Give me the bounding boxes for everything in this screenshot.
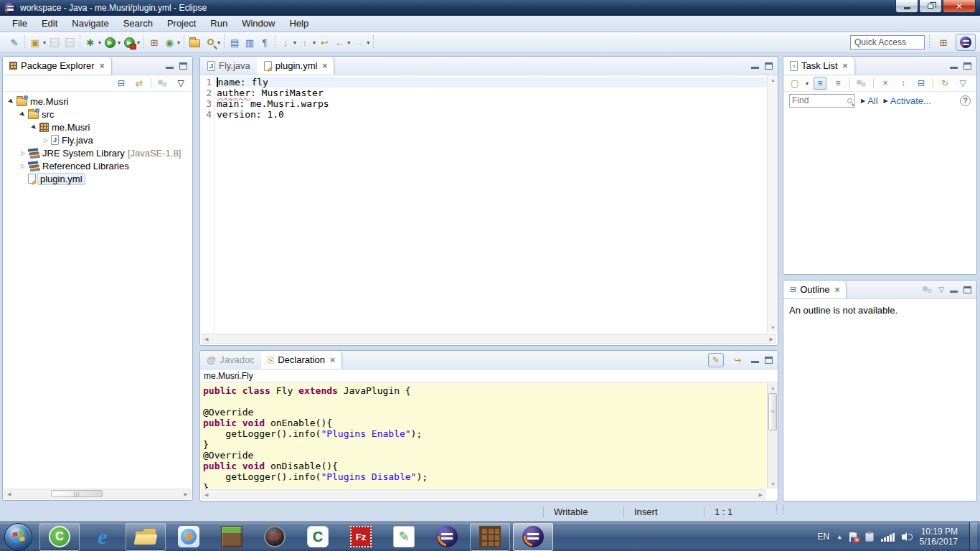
close-icon[interactable]: × [843,61,848,71]
tree-item-me-musri[interactable]: ▶me.Musri [3,95,192,108]
editor-hscrollbar[interactable]: ◀ ▶ [202,334,776,344]
view-menu-icon[interactable]: ▽ [956,77,969,90]
run-icon[interactable]: ▶ [103,36,116,49]
next-annotation-icon[interactable]: ↓ [279,36,292,49]
tree-item-fly-java[interactable]: ▷JFly.java [3,133,192,146]
sort-icon[interactable]: ↕ [897,77,910,90]
previous-annotation-dropdown-icon[interactable]: ▾ [313,39,316,46]
taskbar-windows-media-player-button[interactable] [169,523,209,551]
debug-dropdown-icon[interactable]: ▾ [98,39,101,46]
taskbar-eclipse-active-button[interactable] [513,523,553,551]
focus-on-workweek-icon[interactable] [855,77,868,90]
filter-all-link[interactable]: ▶All [861,95,878,106]
view-menu-icon[interactable]: ▽ [938,286,944,293]
tree-item-src[interactable]: ▶src [3,108,192,121]
forward-dropdown-icon[interactable]: ▾ [367,39,369,46]
taskbar-crossfire-button[interactable]: CF [255,523,295,551]
tab-package-explorer[interactable]: Package Explorer × [3,57,112,75]
declaration-hscrollbar[interactable]: ◀ ▶ [202,489,765,499]
view-tab-javadoc[interactable]: @Javadoc [200,351,261,369]
debug-icon[interactable]: ✱ [84,36,97,49]
taskbar-coc-coc-browser-button[interactable]: C [39,523,80,551]
collapse-all-icon[interactable]: ⊟ [915,77,928,90]
taskbar-eclipse-button[interactable] [427,523,467,551]
open-type-icon[interactable] [188,36,201,49]
network-icon[interactable] [881,532,895,542]
tab-outline[interactable]: ⊟ Outline × [783,281,847,298]
maximize-view-icon[interactable] [963,62,971,70]
ime-tool-icon[interactable] [865,532,874,542]
java-perspective-button[interactable] [956,34,976,51]
expander-icon[interactable]: ▶ [6,96,17,107]
taskbar-minecraft-crafting-table-button[interactable] [470,523,510,551]
show-source-button[interactable]: ✎ [708,353,724,367]
editor-text-area[interactable]: name: flyauther: MusriMastermain: me.Mus… [215,75,778,332]
link-with-editor-icon[interactable]: ⇄ [133,77,146,90]
close-icon[interactable]: × [330,355,335,365]
view-menu-icon[interactable]: ▽ [174,77,187,90]
help-icon[interactable]: ? [960,95,971,106]
last-edit-location-icon[interactable]: ↩ [318,36,331,49]
open-perspective-button[interactable]: ⊞ [934,34,953,50]
new-java-class-dropdown-icon[interactable]: ▾ [177,39,180,46]
show-selected-element-only-icon[interactable]: ▥ [243,36,256,49]
editor-vscrollbar[interactable]: ▲ ▼ [767,75,778,332]
menu-window[interactable]: Window [235,17,281,30]
close-icon[interactable]: × [834,285,839,295]
show-categorized-icon[interactable]: ≡ [814,77,826,90]
run-external-tools-dropdown-icon[interactable]: ▾ [137,39,140,46]
task-find-box[interactable] [789,94,855,108]
clock[interactable]: 10:19 PM 5/16/2017 [920,527,962,547]
menu-project[interactable]: Project [161,17,202,30]
open-perspective-icon[interactable]: ⊞ [937,36,950,49]
back-icon[interactable]: ← [333,36,346,49]
taskbar-camtasia-button[interactable]: C [298,523,338,551]
maximize-view-icon[interactable] [765,357,773,364]
collapse-all-icon[interactable]: ⊟ [115,77,128,90]
tree-item-me-musri[interactable]: ▶me.Musri [3,121,192,133]
maximize-view-icon[interactable] [765,62,773,70]
pin-editor-icon[interactable]: ✎ [8,36,21,49]
view-menu-people-icon[interactable] [156,77,169,90]
expander-icon[interactable]: ▶ [18,109,29,120]
search-dropdown-icon[interactable]: ▾ [217,39,220,46]
declaration-source-view[interactable]: public class Fly extends JavaPlugin { @O… [200,383,767,489]
new-java-project-icon[interactable]: ⊞ [148,36,161,49]
taskbar-windows-explorer-button[interactable] [126,523,166,551]
expander-icon[interactable]: ▷ [42,137,50,143]
close-icon[interactable]: × [322,61,327,71]
new-task-icon[interactable]: ▢ [788,77,801,90]
editor-tab-plugin-yml[interactable]: plugin.yml× [257,57,335,75]
tab-task-list[interactable]: ≡ Task List × [783,57,855,75]
task-find-input[interactable] [792,95,842,105]
next-annotation-dropdown-icon[interactable]: ▾ [293,39,296,46]
volume-icon[interactable] [902,532,913,542]
taskbar-notepad-plus-plus-button[interactable]: ✎ [384,523,424,551]
activate-link[interactable]: ▶Activate... [884,95,931,106]
menu-search[interactable]: Search [117,17,159,30]
minimize-view-icon[interactable] [751,357,759,363]
run-external-tools-icon[interactable]: ▶ [123,36,136,49]
maximize-view-icon[interactable] [963,286,971,293]
minimize-view-icon[interactable] [751,62,759,69]
tree-item-jre-system-library[interactable]: ▷JRE System Library[JavaSE-1.8] [3,146,192,159]
minimize-window-button[interactable] [895,0,918,13]
open-input-button[interactable]: ↪ [730,353,745,367]
menu-navigate[interactable]: Navigate [65,17,115,30]
start-button[interactable] [4,523,32,551]
close-window-button[interactable]: ✕ [943,0,976,13]
expander-icon[interactable]: ▶ [29,122,40,133]
show-whitespace-icon[interactable]: ¶ [258,36,271,49]
minimize-view-icon[interactable] [950,286,958,293]
back-dropdown-icon[interactable]: ▾ [347,39,350,46]
menu-help[interactable]: Help [283,17,315,30]
minimize-view-icon[interactable] [166,62,174,69]
view-tab-declaration[interactable]: ⎘Declaration× [261,351,342,369]
taskbar-internet-explorer-button[interactable]: e [83,523,123,551]
taskbar-minecraft-button[interactable] [212,523,252,551]
show-scheduled-icon[interactable]: ≡ [831,77,844,90]
show-desktop-button[interactable] [969,522,977,551]
quick-access-input[interactable] [850,35,925,50]
run-dropdown-icon[interactable]: ▾ [118,39,121,46]
action-center-icon[interactable] [849,532,858,542]
